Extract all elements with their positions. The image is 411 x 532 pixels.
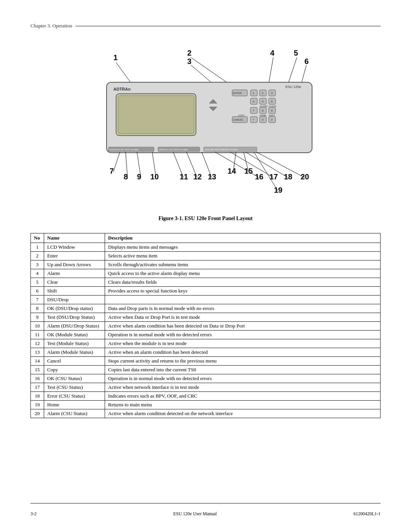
callout-15: 15 (244, 167, 253, 175)
cell-no: 15 (31, 366, 44, 374)
table-body: 1LCD WindowDisplays menu items and messa… (31, 243, 381, 418)
btn-enter-label: ENTER (233, 92, 242, 94)
cell-name: OK (Module Status) (44, 331, 105, 339)
callout-13: 13 (208, 173, 216, 181)
diagram-svg: 1 2 3 4 5 6 (57, 44, 354, 204)
page: Chapter 3. Operation 1 2 3 4 5 6 (0, 0, 411, 532)
table-row: 20Alarm (CSU Status)Active when alarm co… (31, 409, 381, 418)
callout-18: 18 (284, 173, 292, 181)
cell-desc: Provides access to special function keys (105, 287, 381, 296)
line-19 (254, 152, 278, 191)
table-row: 7DSU/Drop (31, 296, 381, 304)
callout-3: 3 (187, 57, 191, 66)
callout-12: 12 (193, 173, 202, 181)
table-row: 13Alarm (Module Status)Active when an al… (31, 348, 381, 357)
esu-label: ESU 120e (285, 85, 301, 89)
table-row: 5ClearClears data/results fields (31, 278, 381, 287)
cell-no: 17 (31, 383, 44, 392)
callout-11: 11 (180, 173, 188, 181)
cell-no: 5 (31, 278, 44, 287)
cell-no: 4 (31, 269, 44, 278)
alarm-label: ALARM (260, 105, 268, 107)
header-line (76, 26, 381, 26)
cell-name: Alarm (Module Status) (44, 348, 105, 357)
cell-desc: Operation is in normal mode with no dete… (105, 374, 381, 383)
manual-title: ESU 120e User Manual (173, 511, 217, 517)
cell-desc: Active when the module is in test mode (105, 339, 381, 348)
cell-desc: Quick access to the active alarm display… (105, 269, 381, 278)
table-row: 3Up and Down ArrowsScrolls through/activ… (31, 260, 381, 269)
cell-desc: Indicates errors such as BPV, OOF, and C… (105, 392, 381, 401)
btn-1-label: 1 (253, 91, 255, 95)
callout-7: 7 (110, 167, 114, 175)
cell-no: 16 (31, 374, 44, 383)
btn-2-label: 2 (262, 91, 264, 95)
cell-desc: Displays menu items and messages (105, 243, 381, 252)
cell-no: 13 (31, 348, 44, 357)
line-11 (173, 152, 183, 177)
cell-desc: Selects active menu item (105, 252, 381, 260)
clear-label: CLEAR (269, 105, 277, 107)
table-row: 19HomeReturns to main menu (31, 401, 381, 409)
cell-name: Error (CSU Status) (44, 392, 105, 401)
cell-name: OK (DSU/Drop status) (44, 304, 105, 313)
btn-9-label: 9 (271, 109, 273, 112)
callout-4: 4 (270, 49, 275, 57)
btn-cancel-label: CANCEL (233, 118, 244, 121)
cell-name: OK (CSU Status) (44, 374, 105, 383)
line-5 (287, 58, 297, 86)
cell-no: 19 (31, 401, 44, 409)
btn-6-label: 6 (271, 100, 273, 103)
callout-20: 20 (301, 173, 309, 181)
btn-7-label: 7 (253, 109, 255, 112)
table-row: 17Test (CSU Status)Active when network i… (31, 383, 381, 392)
cell-name: Shift (44, 287, 105, 296)
cell-no: 18 (31, 392, 44, 401)
callout-2: 2 (187, 49, 191, 57)
reference-table: No Name Description 1LCD WindowDisplays … (30, 233, 381, 418)
cell-no: 1 (31, 243, 44, 252)
cell-desc: Operation is in normal mode with no dete… (105, 331, 381, 339)
chapter-title: Chapter 3. Operation (30, 23, 72, 29)
callout-14: 14 (228, 167, 236, 175)
callout-6: 6 (304, 57, 309, 66)
cell-desc: Active when network interface is in test… (105, 383, 381, 392)
cell-name: Test (DSU/Drop Status) (44, 313, 105, 322)
line-4 (268, 58, 273, 86)
cell-desc: Scrolls through/activates submenu items (105, 260, 381, 269)
shift-label: SHIFT (269, 114, 276, 117)
col-desc-header: Description (105, 233, 381, 243)
cell-name: Alarm (CSU Status) (44, 409, 105, 418)
cell-no: 2 (31, 252, 44, 260)
line-7 (113, 152, 120, 172)
cell-desc: Data and Drop parts is in normal mode wi… (105, 304, 381, 313)
cell-no: 8 (31, 304, 44, 313)
adtran-logo: ADTRAn (113, 87, 131, 91)
page-footer: 3-2 ESU 120e User Manual 61200420L1-1 (30, 503, 381, 517)
cell-desc: Clears data/results fields (105, 278, 381, 287)
btn-hash-label: # (271, 118, 273, 121)
cell-name: Alarm (DSU/Drop Status) (44, 322, 105, 331)
btn-8-label: 8 (262, 109, 264, 112)
cell-name: LCD Window (44, 243, 105, 252)
copy-label-device: COPY (238, 114, 245, 117)
part-number: 61200420L1-1 (354, 511, 381, 517)
cell-name: DSU/Drop (44, 296, 105, 304)
btn-4-label: 4 (253, 100, 255, 103)
callout-5: 5 (294, 49, 298, 57)
cell-name: Clear (44, 278, 105, 287)
cell-desc (105, 296, 381, 304)
cell-desc: Active when alarm condition detected on … (105, 409, 381, 418)
cell-desc: Active when Data or Drop Port is in test… (105, 313, 381, 322)
table-row: 11OK (Module Status)Operation is in norm… (31, 331, 381, 339)
table-row: 10Alarm (DSU/Drop Status)Active when ala… (31, 322, 381, 331)
btn-5-label: 5 (262, 100, 264, 103)
table-row: 1LCD WindowDisplays menu items and messa… (31, 243, 381, 252)
dsu-status-text: DSU/DSX OK TEST ALARM (110, 149, 139, 151)
cell-desc: Active when alarm condition has been det… (105, 322, 381, 331)
cell-name: Copy (44, 366, 105, 374)
table-row: 14CancelStops current activity and retur… (31, 357, 381, 366)
btn-star-label: * (253, 118, 254, 121)
callout-1: 1 (113, 53, 118, 62)
table-row: 16OK (CSU Status)Operation is in normal … (31, 374, 381, 383)
